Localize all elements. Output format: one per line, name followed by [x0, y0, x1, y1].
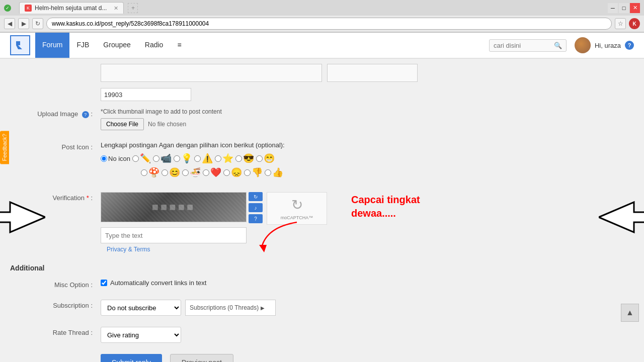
help-icon[interactable]: ? [625, 41, 634, 50]
upload-help-icon[interactable]: ? [82, 111, 89, 118]
top-inputs [101, 64, 634, 82]
number-input[interactable]: 19903 [101, 88, 191, 101]
minimize-btn[interactable]: ─ [608, 3, 618, 13]
mushroom-radio[interactable] [141, 169, 147, 176]
refresh-btn[interactable]: ↻ [32, 18, 43, 29]
side-input-stub[interactable] [327, 64, 418, 82]
subscription-dropdown[interactable]: Do not subscribe Subscribe Subscribe wit… [101, 300, 181, 316]
address-bar[interactable] [46, 18, 612, 30]
icon-option-blush: 😊 [162, 167, 180, 178]
sad-radio[interactable] [223, 169, 230, 176]
star-icon: ⭐ [222, 153, 233, 164]
icon-option-warning: ⚠️ [194, 153, 213, 164]
forward-btn[interactable]: ▶ [18, 18, 29, 29]
no-icon-label: No icon [108, 155, 130, 162]
nav-radio[interactable]: Radio [138, 33, 171, 58]
captcha-row: ■■■■■ ↻ ♪ ? ↻ [101, 192, 634, 243]
site-logo[interactable] [10, 35, 30, 55]
additional-section: Additional Misc Option : Automatically c… [10, 264, 634, 362]
star-btn[interactable]: ☆ [615, 18, 626, 29]
captcha-audio-btn[interactable]: ♪ [249, 203, 263, 212]
svg-marker-0 [0, 202, 45, 232]
misc-option-content: Automatically convert links in text [101, 279, 634, 287]
auto-convert-checkbox[interactable] [101, 280, 107, 286]
icon-option-bulb: 💡 [174, 153, 192, 164]
video-radio[interactable] [153, 155, 159, 162]
upload-hint: *Click thumbnail image to add to post co… [101, 108, 634, 115]
pencil-icon: ✏️ [140, 153, 151, 164]
cool-icon: 😎 [243, 153, 254, 164]
subscription-label: Subscription : [10, 300, 101, 309]
subscription-row: Subscription : Do not subscribe Subscrib… [10, 300, 634, 318]
scroll-to-top-btn[interactable]: ▲ [621, 304, 639, 322]
pencil-radio[interactable] [132, 155, 139, 162]
nav-forum[interactable]: Forum [35, 33, 69, 58]
main-textarea-stub[interactable] [101, 64, 322, 82]
icon-option-mushroom: 🍄 [141, 167, 159, 178]
browser-tab[interactable]: K Helm-helm sejuta umat d... ✕ [19, 2, 124, 14]
post-icon-label: Post Icon : [10, 141, 101, 151]
icon-option-video: 📹 [153, 153, 172, 164]
subscription-content: Do not subscribe Subscribe Subscribe wit… [101, 300, 634, 316]
captcha-top: ■■■■■ ↻ ♪ ? [101, 192, 263, 223]
blush-radio[interactable] [162, 169, 168, 176]
blush-icon: 😊 [169, 167, 180, 178]
upload-image-label: Upload Image ? : [10, 108, 101, 118]
choose-file-btn[interactable]: Choose File [101, 118, 144, 130]
nav-menu[interactable]: ≡ [170, 33, 188, 58]
warning-icon: ⚠️ [202, 153, 213, 164]
maximize-btn[interactable]: □ [619, 3, 629, 13]
back-btn[interactable]: ◀ [4, 18, 15, 29]
warning-radio[interactable] [194, 155, 201, 162]
no-icon-radio[interactable] [101, 155, 107, 162]
video-icon: 📹 [160, 153, 172, 164]
right-arrow-annotation [599, 197, 644, 239]
bulb-radio[interactable] [174, 155, 180, 162]
extension-icon: K [629, 18, 640, 29]
thumbdown-icon: 👎 [252, 167, 263, 178]
nav-fjb[interactable]: FJB [69, 33, 96, 58]
captcha-controls: ↻ ♪ ? [249, 192, 263, 223]
cool-radio[interactable] [235, 155, 242, 162]
file-name: No file chosen [148, 121, 186, 128]
submit-row: Submit reply Preview post [101, 354, 634, 362]
noodle-radio[interactable] [182, 169, 189, 176]
submit-reply-btn[interactable]: Submit reply [101, 354, 162, 362]
smile-radio[interactable] [256, 155, 263, 162]
close-btn[interactable]: ✕ [630, 3, 640, 13]
new-tab-btn[interactable]: + [128, 3, 138, 13]
additional-header: Additional [10, 264, 634, 272]
verification-row: Verification * : ■■■■■ ↻ [10, 192, 634, 255]
thumbdown-radio[interactable] [244, 169, 251, 176]
user-area: Hi, uraza ? [575, 37, 634, 53]
bulb-icon: 💡 [181, 153, 192, 164]
upload-image-content: *Click thumbnail image to add to post co… [101, 108, 634, 130]
tab-favicon: K [25, 5, 32, 12]
feedback-tab[interactable]: Feedback? [0, 131, 9, 164]
nav-groupee[interactable]: Groupee [96, 33, 137, 58]
preview-post-btn[interactable]: Preview post [170, 354, 233, 362]
tab-close-icon[interactable]: ✕ [114, 5, 118, 12]
rate-thread-dropdown[interactable]: Give rating 1 - Terrible 2 - Bad 3 - OK … [101, 327, 181, 343]
captcha-input[interactable] [101, 227, 247, 243]
search-input[interactable] [494, 42, 554, 49]
star-radio[interactable] [215, 155, 221, 162]
capcai-annotation: Capcai tingkat dewaa..... [341, 192, 420, 219]
user-greeting: Hi, uraza [595, 42, 621, 49]
captcha-help-btn[interactable]: ? [249, 214, 263, 223]
heart-radio[interactable] [203, 169, 209, 176]
icon-option-thumbdown: 👎 [244, 167, 263, 178]
search-icon[interactable]: 🔍 [554, 42, 562, 49]
icon-option-sad: 😞 [223, 167, 242, 178]
captcha-refresh-btn[interactable]: ↻ [249, 192, 263, 201]
post-icon-content: Lengkapi postingan Agan dengan pilihan i… [101, 141, 634, 181]
subscription-threads-display: Subscriptions (0 Threads) ▶ [185, 300, 276, 316]
thumbup-radio[interactable] [265, 169, 271, 176]
misc-option-row: Misc Option : Automatically convert link… [10, 279, 634, 291]
icon-option-star: ⭐ [215, 153, 233, 164]
icon-option-thumbup: 👍 [265, 167, 283, 178]
icon-option-heart: ❤️ [203, 167, 221, 178]
icon-row-2: 🍄 😊 🍜 ❤️ [141, 167, 634, 178]
upload-image-row: Upload Image ? : *Click thumbnail image … [10, 108, 634, 132]
privacy-terms-link[interactable]: Privacy & Terms [107, 246, 150, 253]
